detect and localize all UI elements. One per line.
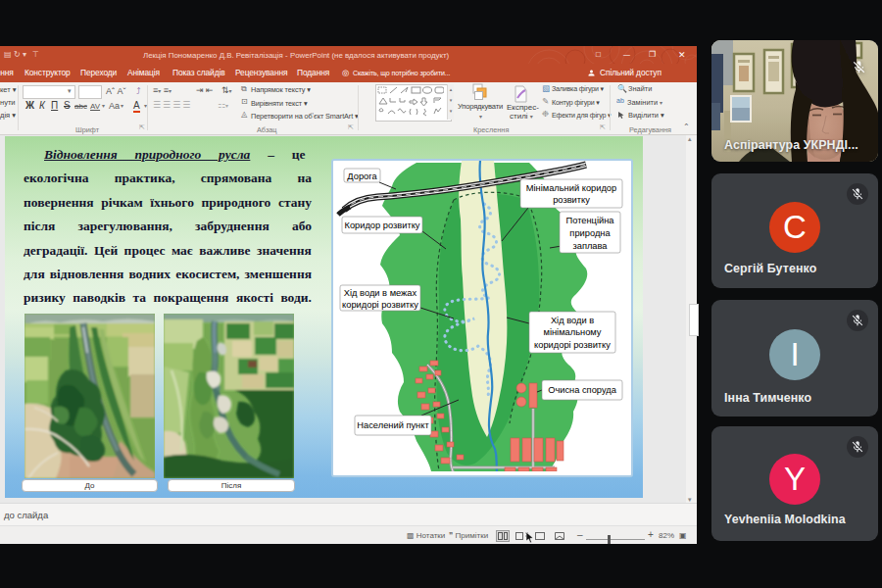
svg-text:Дорога: Дорога [347,172,377,181]
svg-text:коридорі розвитку: коридорі розвитку [342,300,418,310]
svg-text:заплава: заплава [572,241,608,251]
svg-text:Хід води в межах: Хід води в межах [344,288,417,298]
svg-text:Мінімальний коридор: Мінімальний коридор [526,183,616,193]
svg-text:Коридор розвитку: Коридор розвитку [344,220,419,230]
svg-text:Очисна споруда: Очисна споруда [548,385,616,395]
svg-text:мінімальному: мінімальному [544,327,602,337]
svg-text:коридорі розвитку: коридорі розвитку [534,340,611,350]
svg-text:розвитку: розвитку [553,195,590,205]
svg-text:Хід води в: Хід води в [551,316,594,325]
svg-text:Населений пункт: Населений пункт [357,420,429,430]
svg-text:Потенційна: Потенційна [566,216,615,225]
svg-text:природна: природна [569,228,611,238]
